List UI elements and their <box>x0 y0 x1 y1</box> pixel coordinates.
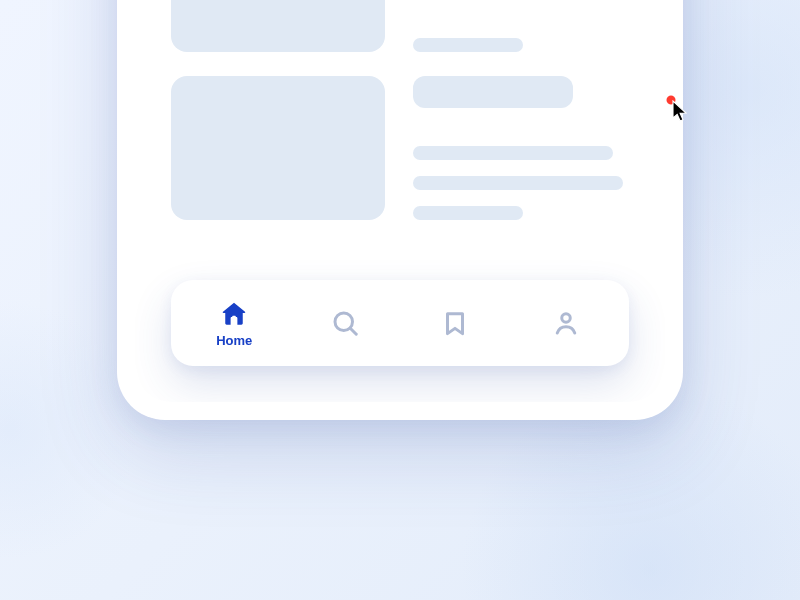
title-placeholder <box>413 76 573 108</box>
svg-point-3 <box>562 314 571 323</box>
text-placeholder <box>413 146 613 160</box>
content-skeleton <box>171 0 629 282</box>
nav-item-profile[interactable]: Profile <box>511 280 622 366</box>
text-placeholder-group <box>413 38 629 52</box>
user-icon <box>551 308 581 338</box>
home-icon <box>219 299 249 329</box>
bottom-nav: Home Search Saved Profile <box>171 280 629 366</box>
nav-label-home: Home <box>216 333 252 348</box>
bookmark-icon <box>440 308 470 338</box>
list-item <box>171 76 629 220</box>
device-frame: Home Search Saved Profile <box>117 0 683 420</box>
list-item <box>171 0 629 52</box>
text-placeholder <box>413 176 623 190</box>
search-icon <box>330 308 360 338</box>
thumbnail-placeholder <box>171 0 385 52</box>
text-placeholder <box>413 206 523 220</box>
text-placeholder-group <box>413 76 629 220</box>
nav-item-bookmark[interactable]: Saved <box>400 280 511 366</box>
text-placeholder <box>413 38 523 52</box>
svg-line-2 <box>350 328 356 334</box>
thumbnail-placeholder <box>171 76 385 220</box>
nav-item-home[interactable]: Home <box>179 280 290 366</box>
nav-item-search[interactable]: Search <box>290 280 401 366</box>
device-screen: Home Search Saved Profile <box>135 0 665 402</box>
svg-rect-0 <box>233 315 236 322</box>
